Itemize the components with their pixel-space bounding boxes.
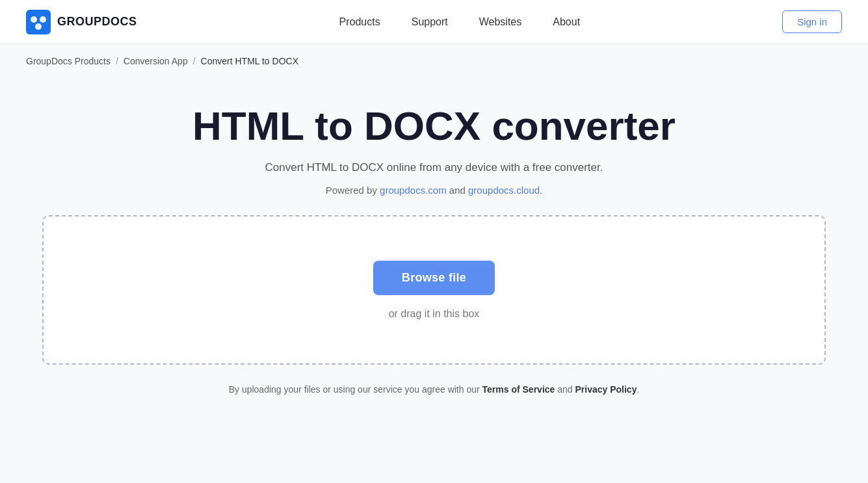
- privacy-policy-link[interactable]: Privacy Policy: [575, 384, 637, 395]
- page-subtitle: Convert HTML to DOCX online from any dev…: [265, 161, 603, 174]
- svg-rect-0: [26, 10, 51, 34]
- nav-item-websites[interactable]: Websites: [479, 16, 522, 28]
- main-content: HTML to DOCX converter Convert HTML to D…: [0, 78, 868, 395]
- footer-note-suffix: .: [637, 384, 639, 395]
- breadcrumb-conversion-app[interactable]: Conversion App: [124, 56, 188, 66]
- powered-by-and: and: [447, 185, 468, 196]
- logo-text: GROUPDOCS: [57, 15, 137, 29]
- nav-item-products[interactable]: Products: [339, 16, 380, 28]
- nav-item-support[interactable]: Support: [412, 16, 448, 28]
- header: GROUPDOCS Products Support Websites Abou…: [0, 0, 868, 44]
- breadcrumb-separator-1: /: [116, 56, 118, 66]
- powered-by-link1[interactable]: groupdocs.com: [380, 185, 447, 196]
- powered-by: Powered by groupdocs.com and groupdocs.c…: [326, 185, 543, 196]
- breadcrumb-separator-2: /: [193, 56, 196, 66]
- svg-point-1: [31, 16, 37, 23]
- main-nav: Products Support Websites About: [339, 16, 581, 28]
- powered-by-text: Powered by: [326, 185, 380, 196]
- dropzone[interactable]: Browse file or drag it in this box: [42, 215, 826, 365]
- svg-point-3: [35, 23, 42, 30]
- logo-area: GROUPDOCS: [26, 10, 137, 34]
- breadcrumb-current: Convert HTML to DOCX: [201, 56, 298, 66]
- breadcrumb-groupdocs-products[interactable]: GroupDocs Products: [26, 56, 111, 66]
- footer-note-prefix: By uploading your files or using our ser…: [229, 384, 482, 395]
- drag-text: or drag it in this box: [389, 308, 480, 320]
- powered-by-link2[interactable]: groupdocs.cloud: [468, 185, 540, 196]
- browse-file-button[interactable]: Browse file: [373, 261, 495, 295]
- nav-item-about[interactable]: About: [553, 16, 580, 28]
- page-title: HTML to DOCX converter: [192, 104, 676, 148]
- logo-icon: [26, 10, 51, 34]
- terms-of-service-link[interactable]: Terms of Service: [482, 384, 555, 395]
- breadcrumb: GroupDocs Products / Conversion App / Co…: [0, 44, 868, 78]
- footer-and: and: [555, 384, 575, 395]
- svg-point-2: [40, 16, 46, 23]
- powered-by-end: .: [540, 185, 542, 196]
- signin-button[interactable]: Sign in: [782, 10, 842, 33]
- footer-note: By uploading your files or using our ser…: [229, 384, 640, 395]
